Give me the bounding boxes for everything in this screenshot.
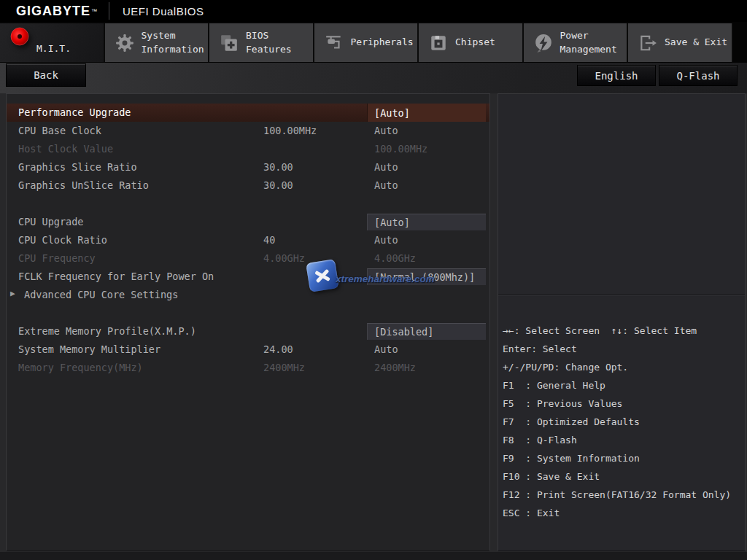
setting-row-memory-frequency: Memory Frequency(MHz) 2400MHz 2400MHz [7, 359, 489, 377]
item-help-box [498, 94, 745, 295]
help-line-f10: F10 : Save & Exit [503, 467, 745, 486]
tab-label-system-information: System Information [142, 29, 209, 57]
main-tab-bar: M.I.T. System Information [0, 22, 747, 63]
help-line-esc: ESC : Exit [503, 504, 745, 522]
footer-strip [0, 552, 747, 560]
setting-row-graphics-slice-ratio[interactable]: Graphics Slice Ratio 30.00 Auto [7, 158, 489, 176]
setting-label: FCLK Frequency for Early Power On [18, 271, 214, 282]
setting-value[interactable]: [Auto] [367, 104, 486, 122]
setting-value[interactable]: Auto [374, 343, 398, 355]
help-line-f8: F8 : Q-Flash [503, 431, 745, 449]
setting-label: CPU Base Clock [18, 125, 101, 136]
tab-label-chipset: Chipset [455, 36, 495, 50]
submenu-arrow-icon: ▶ [10, 289, 15, 298]
firmware-title: UEFI DualBIOS [123, 5, 204, 18]
help-line-f7: F7 : Optimized Defaults [503, 413, 745, 431]
setting-label: Host Clock Value [18, 143, 113, 155]
tab-chipset[interactable]: Chipset [419, 23, 524, 62]
settings-panel: Performance Upgrade [Auto] CPU Base Cloc… [6, 93, 490, 551]
help-line-change-opt: +/-/PU/PD: Change Opt. [503, 358, 745, 376]
tab-bios-features[interactable]: BIOS Features [209, 23, 314, 62]
setting-row-cpu-base-clock[interactable]: CPU Base Clock 100.00MHz Auto [7, 122, 489, 140]
setting-value[interactable]: Auto [374, 161, 398, 173]
setting-current: 2400MHz [263, 362, 305, 373]
setting-row-cpu-clock-ratio[interactable]: CPU Clock Ratio 40 Auto [7, 231, 489, 249]
peripherals-icon [324, 33, 344, 53]
setting-label: Performance Upgrade [18, 106, 131, 118]
tab-label-peripherals: Peripherals [351, 36, 414, 50]
help-line-enter: Enter: Select [503, 340, 745, 358]
chipset-icon [428, 33, 449, 53]
language-button[interactable]: English [577, 65, 656, 86]
setting-row-fclk-frequency[interactable]: FCLK Frequency for Early Power On [Norma… [7, 268, 489, 286]
setting-label: Extreme Memory Profile(X.M.P.) [18, 325, 196, 337]
setting-label: Graphics Slice Ratio [18, 161, 137, 173]
setting-value[interactable]: [Auto] [367, 214, 486, 230]
key-legend: →←: Select Screen ↑↓: Select Item Enter:… [498, 295, 745, 522]
help-line-navigation: →←: Select Screen ↑↓: Select Item [503, 322, 745, 340]
tab-save-exit[interactable]: Save & Exit [628, 23, 733, 62]
tab-label-bios-features: BIOS Features [246, 29, 313, 57]
save-exit-icon [638, 33, 658, 53]
chip-plus-icon [219, 33, 239, 53]
trademark-symbol: ™ [91, 8, 97, 15]
setting-value: 100.00MHz [374, 143, 427, 155]
setting-row-advanced-cpu-core-settings[interactable]: ▶ Advanced CPU Core Settings [7, 286, 489, 304]
help-line-f5: F5 : Previous Values [503, 394, 745, 413]
help-line-f9: F9 : System Information [503, 449, 745, 467]
setting-label: CPU Upgrade [18, 216, 83, 228]
setting-current: 40 [263, 234, 275, 246]
help-line-f12: F12 : Print Screen(FAT16/32 Format Only) [503, 486, 745, 504]
help-panel: →←: Select Screen ↑↓: Select Item Enter:… [498, 93, 746, 551]
title-divider [109, 2, 109, 20]
tab-label-save-exit: Save & Exit [665, 36, 727, 50]
setting-current: 100.00MHz [263, 125, 317, 136]
setting-row-cpu-upgrade[interactable]: CPU Upgrade [Auto] [7, 213, 489, 231]
back-button[interactable]: Back [6, 63, 86, 87]
setting-label: CPU Frequency [18, 252, 96, 264]
setting-value: 2400MHz [374, 362, 416, 373]
setting-value[interactable]: Auto [374, 234, 398, 246]
setting-label: System Memory Multiplier [18, 343, 160, 355]
setting-value[interactable]: Auto [374, 125, 398, 136]
tab-peripherals[interactable]: Peripherals [314, 23, 419, 62]
help-line-f1: F1 : General Help [503, 376, 745, 394]
setting-label: Graphics UnSlice Ratio [18, 179, 149, 191]
tab-label-mit: M.I.T. [36, 42, 71, 56]
tab-system-information[interactable]: System Information [105, 23, 210, 62]
tab-label-power-management: Power Management [560, 29, 627, 57]
setting-row-performance-upgrade[interactable]: Performance Upgrade [Auto] [7, 104, 489, 122]
setting-row-cpu-frequency: CPU Frequency 4.00GHz 4.00GHz [7, 249, 489, 268]
setting-label: Advanced CPU Core Settings [24, 289, 178, 300]
setting-current: 30.00 [263, 179, 293, 191]
power-lightning-icon [533, 33, 554, 53]
tab-power-management[interactable]: Power Management [524, 23, 629, 62]
setting-label: Memory Frequency(MHz) [18, 362, 143, 373]
setting-value: 4.00GHz [374, 252, 416, 264]
setting-value[interactable]: [Disabled] [367, 323, 486, 340]
tab-mit[interactable]: M.I.T. [0, 23, 105, 62]
setting-current: 30.00 [263, 161, 293, 173]
setting-current: 4.00GHz [263, 252, 305, 264]
gigabyte-logo: GIGABYTE [0, 4, 90, 19]
gear-icon [115, 33, 135, 53]
setting-row-graphics-unslice-ratio[interactable]: Graphics UnSlice Ratio 30.00 Auto [7, 176, 489, 195]
setting-value[interactable]: Auto [374, 179, 398, 191]
setting-row-system-memory-multiplier[interactable]: System Memory Multiplier 24.00 Auto [7, 341, 489, 359]
top-title-bar: GIGABYTE™ UEFI DualBIOS [0, 0, 747, 22]
setting-label: CPU Clock Ratio [18, 234, 107, 246]
mit-disc-icon [9, 26, 30, 47]
setting-row-host-clock-value: Host Clock Value 100.00MHz [7, 140, 489, 158]
setting-value[interactable]: [Normal (800Mhz)] [367, 268, 486, 285]
setting-row-xmp[interactable]: Extreme Memory Profile(X.M.P.) [Disabled… [7, 322, 489, 341]
setting-current: 24.00 [263, 343, 293, 355]
qflash-button[interactable]: Q-Flash [659, 65, 738, 86]
settings-rows: Performance Upgrade [Auto] CPU Base Cloc… [7, 94, 489, 377]
